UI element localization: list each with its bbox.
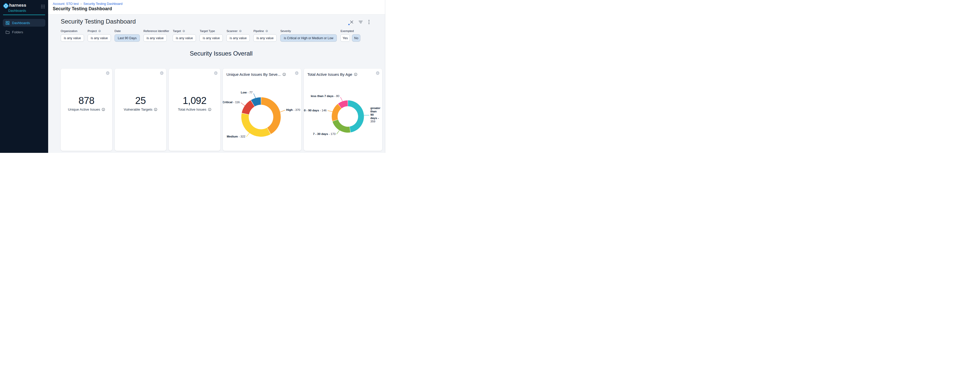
link-icon: ⊖ <box>266 30 268 32</box>
filter-option-no[interactable]: No <box>352 34 360 42</box>
filter-exempted: ExemptedYesNo <box>340 29 360 42</box>
filter-reference-identifier: Reference Identifieris any value <box>143 29 169 42</box>
stat-value: 25 <box>115 95 166 106</box>
link-icon: ⊖ <box>239 30 242 32</box>
filter-label: Organization <box>61 29 77 33</box>
label-leader-line <box>337 130 339 134</box>
label-leader-line <box>241 103 245 106</box>
sidebar-item-dashboards[interactable]: Dashboards <box>3 19 45 27</box>
breadcrumb-account-link[interactable]: Account: STO test <box>53 2 79 6</box>
chevron-right-icon: › <box>80 2 81 6</box>
page-header: Account: STO test › Security Testing Das… <box>48 0 385 14</box>
donut-segment-7---30-days[interactable] <box>332 120 350 133</box>
sidebar-item-label: Dashboards <box>12 21 30 25</box>
sidebar-menu: DashboardsFolders <box>0 19 48 36</box>
link-icon: ⊖ <box>182 30 185 32</box>
stat-value: 878 <box>61 95 112 106</box>
label-leader-line <box>340 97 342 101</box>
dashboard-actions-menu-button[interactable] <box>366 19 372 25</box>
filter-value[interactable]: is Critical or High or Medium or Low <box>280 34 337 42</box>
filter-label: Reference Identifier <box>143 29 169 33</box>
filter-organization: Organizationis any value <box>61 29 84 42</box>
kebab-menu-icon <box>368 20 370 24</box>
filter-severity: Severityis Critical or High or Medium or… <box>280 29 337 42</box>
dashboard-content: Security Testing Dashboard Organizationi… <box>48 14 385 153</box>
stat-label-text: Vulnerable Targets <box>124 108 153 111</box>
page-title: Security Testing Dashboard <box>53 6 112 11</box>
filter-label: Severity <box>280 29 291 33</box>
stat-label: Vulnerable Targets <box>115 108 166 111</box>
filter-label: Target Type <box>199 29 215 33</box>
info-icon[interactable] <box>102 108 105 111</box>
dashboards-icon <box>6 21 10 25</box>
breadcrumb-dashboard-link[interactable]: Security Testing Dashboard <box>83 2 123 6</box>
donut-segment-greater-than-90-days[interactable] <box>348 100 364 132</box>
filter-label: Target <box>173 29 181 33</box>
product-name: Dashboards <box>8 9 48 13</box>
label-leader-line <box>254 94 256 98</box>
filter-icon <box>359 20 363 24</box>
globe-icon[interactable] <box>214 71 218 75</box>
donut-label: Critical - 116 <box>223 101 240 104</box>
label-leader-line <box>328 111 332 112</box>
filter-target-type: Target Typeis any value <box>199 29 223 42</box>
filter-scanner: Scanner⊖is any value <box>226 29 250 42</box>
cursor-dot <box>348 24 350 25</box>
filter-label: Project <box>88 29 97 33</box>
cards-row: 878Unique Active Issues25Vulnerable Targ… <box>61 69 382 151</box>
close-icon <box>350 20 353 24</box>
filter-value[interactable]: is any value <box>226 34 250 42</box>
stat-label: Total Active Issues <box>169 108 220 111</box>
donut-chart: High - 370Medium - 322Critical - 116Low … <box>223 69 301 151</box>
stat-label-text: Total Active Issues <box>178 108 206 111</box>
harness-logo <box>3 3 9 9</box>
stat-label: Unique Active Issues <box>61 108 112 111</box>
donut-label: less than 7 days - 80 <box>311 95 339 98</box>
donut-segment-30---90-days[interactable] <box>332 104 341 121</box>
folder-icon <box>6 30 10 34</box>
donut-segment-medium[interactable] <box>241 113 270 137</box>
donut-chart: greaterthan90days -3597 - 30 days - 1733… <box>304 69 382 151</box>
stat-label-text: Unique Active Issues <box>68 108 100 111</box>
filter-value[interactable]: is any value <box>199 34 223 42</box>
stat-value: 1,092 <box>169 95 220 106</box>
filter-value[interactable]: Last 90 Days <box>115 34 140 42</box>
filter-value[interactable]: is any value <box>88 34 111 42</box>
filter-option-yes[interactable]: Yes <box>340 34 350 42</box>
brand-name: harness <box>9 3 26 8</box>
globe-icon[interactable] <box>106 71 110 75</box>
sidebar-item-folders[interactable]: Folders <box>3 28 45 36</box>
filter-label: Date <box>115 29 121 33</box>
stat-card-total-active-issues: 1,092Total Active Issues <box>169 69 220 151</box>
donut-label: High - 370 <box>286 108 300 111</box>
dashboard-filters-button[interactable] <box>358 19 364 25</box>
scrollbar[interactable] <box>385 0 392 153</box>
globe-icon[interactable] <box>160 71 164 75</box>
chart-card-1: Unique Active Issues By Seve...High - 37… <box>223 69 301 151</box>
filter-target: Target⊖is any value <box>173 29 196 42</box>
filter-value[interactable]: is any value <box>61 34 84 42</box>
section-title: Security Issues Overall <box>61 50 382 57</box>
filter-label: Scanner <box>226 29 237 33</box>
filter-project: Project⊖is any value <box>88 29 111 42</box>
donut-segment-high[interactable] <box>261 97 281 134</box>
donut-label: greaterthan90days -359 <box>371 106 381 123</box>
filter-value[interactable]: is any value <box>253 34 277 42</box>
donut-label: 7 - 30 days - 173 <box>313 132 336 135</box>
filter-value[interactable]: is any value <box>143 34 167 42</box>
info-icon[interactable] <box>154 108 157 111</box>
breadcrumb: Account: STO test › Security Testing Das… <box>53 2 123 6</box>
stat-card-unique-active-issues: 878Unique Active Issues <box>61 69 112 151</box>
label-leader-line <box>247 133 250 137</box>
filter-label: Exempted <box>340 29 354 33</box>
filter-date: DateLast 90 Days <box>115 29 140 42</box>
filter-label: Pipeline <box>253 29 264 33</box>
filter-pipeline: Pipeline⊖is any value <box>253 29 277 42</box>
info-icon[interactable] <box>208 108 211 111</box>
sidebar-divider <box>3 14 45 15</box>
filter-value[interactable]: is any value <box>173 34 196 42</box>
brand-row[interactable]: harness <box>0 0 48 9</box>
grid-menu-icon[interactable] <box>41 4 45 9</box>
donut-label: Medium - 322 <box>227 135 245 138</box>
sidebar: harness Dashboards DashboardsFolders <box>0 0 48 153</box>
